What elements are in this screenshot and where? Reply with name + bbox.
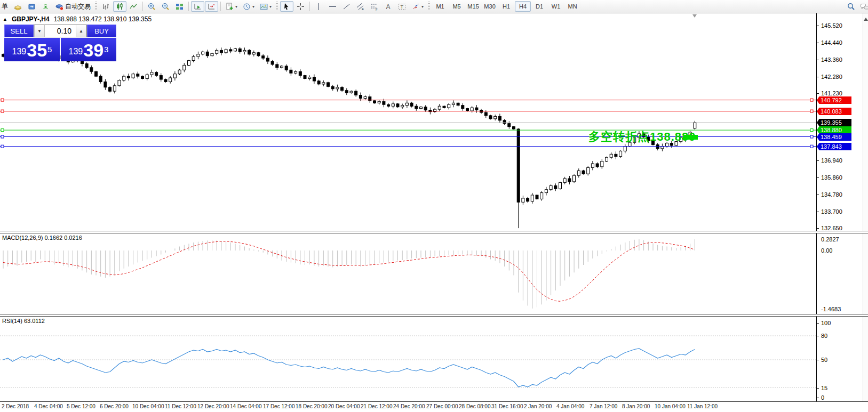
collapse-panel-icon[interactable]: ▲ (3, 17, 7, 22)
vertical-line-icon (314, 2, 323, 11)
volume-decrease-button[interactable]: ▼ (34, 25, 45, 37)
candle (415, 106, 418, 108)
equidistant-channel-button[interactable]: E (354, 1, 367, 12)
terminal-button[interactable] (25, 1, 38, 12)
time-axis-label: 5 Dec 12:00 (67, 403, 95, 409)
periods-button[interactable]: ▾ (240, 1, 257, 12)
templates-button[interactable]: ▾ (257, 1, 274, 12)
horizontal-line-button[interactable] (326, 1, 339, 12)
candle (109, 87, 112, 91)
line-handle[interactable] (810, 99, 813, 101)
candle (405, 103, 408, 105)
candlestick-chart-icon (115, 2, 124, 11)
toolbar-separator (188, 2, 189, 11)
trendline-button[interactable] (340, 1, 353, 12)
candlestick-chart-button[interactable] (113, 1, 126, 12)
sell-price[interactable]: 139 35 5 (4, 38, 60, 61)
candle (336, 87, 339, 89)
timeframe-m30[interactable]: M30 (482, 1, 498, 12)
timeframe-m1[interactable]: M1 (432, 1, 448, 12)
line-handle[interactable] (1, 99, 4, 101)
line-handle[interactable] (1, 145, 4, 148)
timeframe-w1[interactable]: W1 (548, 1, 564, 12)
crosshair-button[interactable] (294, 1, 307, 12)
vertical-line-button[interactable] (312, 1, 325, 12)
timeframe-d1[interactable]: D1 (531, 1, 547, 12)
metaeditor-button[interactable] (11, 1, 25, 12)
candle (188, 61, 190, 66)
scroll-up-arrow[interactable] (864, 18, 868, 21)
chat-button[interactable] (858, 1, 868, 12)
candle (540, 193, 543, 199)
sell-button[interactable]: SELL (4, 25, 34, 37)
level-price-label: 140.792 (817, 96, 851, 104)
chart-shift-marker[interactable] (692, 14, 697, 18)
time-axis-label: 17 Dec 12:00 (263, 403, 295, 409)
arrows-button[interactable]: ▾ (409, 1, 426, 12)
price-tick-mark (817, 26, 819, 26)
time-axis-label: 2 Jan 20:00 (524, 403, 552, 409)
time-axis[interactable]: 2 Dec 20184 Dec 04:005 Dec 12:006 Dec 20… (0, 401, 868, 412)
time-axis-label: 12 Dec 20:00 (197, 403, 229, 409)
line-handle[interactable] (1, 129, 4, 132)
autotrading-label: 自动交易 (65, 2, 91, 11)
macd-pane[interactable] (0, 233, 816, 314)
tile-windows-button[interactable] (173, 1, 186, 12)
text-button[interactable]: A (381, 1, 395, 12)
bar-chart-button[interactable] (99, 1, 113, 12)
pane-splitter[interactable] (0, 314, 868, 317)
fibonacci-button[interactable]: F (368, 1, 381, 12)
auto-scroll-button[interactable] (191, 1, 204, 12)
chart-header: ▲ GBPJPY-,H4 138.988 139.472 138.910 139… (3, 15, 152, 23)
timeframe-m5[interactable]: M5 (449, 1, 465, 12)
volume-increase-button[interactable]: ▲ (76, 25, 86, 37)
dropdown-caret: ▾ (252, 4, 254, 9)
candle (396, 104, 399, 107)
candle (238, 49, 241, 52)
candle (619, 151, 622, 156)
candle (304, 76, 306, 79)
text-label-icon: T (397, 2, 407, 11)
price-scale[interactable]: 145.520144.440143.360142.280141.230136.9… (816, 13, 863, 401)
signals-button[interactable] (39, 1, 52, 12)
line-handle[interactable] (810, 110, 813, 112)
candle (299, 71, 301, 75)
candle (85, 64, 88, 68)
line-handle[interactable] (1, 110, 4, 112)
timeframe-mn[interactable]: MN (564, 1, 580, 12)
timeframe-m15[interactable]: M15 (465, 1, 481, 12)
line-handle[interactable] (810, 129, 813, 132)
pivot-annotation-text[interactable]: 多空转折点138.880 (588, 129, 696, 145)
rsi-pane[interactable] (0, 316, 816, 401)
zoom-in-button[interactable] (145, 1, 158, 12)
toolbar-grip (276, 2, 278, 11)
line-handle[interactable] (810, 135, 813, 138)
cursor-button[interactable] (280, 1, 293, 12)
chart-shift-button[interactable] (205, 1, 218, 12)
pane-splitter[interactable] (0, 231, 868, 233)
candle (127, 76, 130, 78)
candle (484, 112, 487, 116)
buy-button[interactable]: BUY (87, 25, 116, 37)
price-tick-label: 143.360 (821, 56, 842, 63)
line-chart-button[interactable] (127, 1, 140, 12)
indicators-button[interactable]: ▾ (223, 1, 240, 12)
time-axis-label: 24 Dec 20:00 (393, 403, 425, 409)
timeframe-h1[interactable]: H1 (498, 1, 514, 12)
zoom-out-button[interactable] (159, 1, 172, 12)
new-order-button[interactable]: 单 (0, 1, 11, 12)
candle (257, 53, 260, 56)
search-button[interactable] (845, 1, 858, 12)
volume-value[interactable]: 0.10 (45, 25, 76, 37)
buy-price[interactable]: 139 39 3 (61, 38, 116, 61)
pivot-annotation-bar[interactable] (683, 135, 698, 140)
line-handle[interactable] (1, 135, 4, 138)
main-chart[interactable] (0, 13, 816, 232)
arrows-icon (411, 2, 420, 11)
autotrading-button[interactable]: 自动交易 (53, 1, 93, 12)
text-label-button[interactable]: T (395, 1, 409, 12)
timeframe-h4[interactable]: H4 (515, 1, 531, 12)
candle (252, 53, 255, 54)
line-handle[interactable] (810, 145, 813, 148)
toolbar-grip (95, 2, 97, 11)
